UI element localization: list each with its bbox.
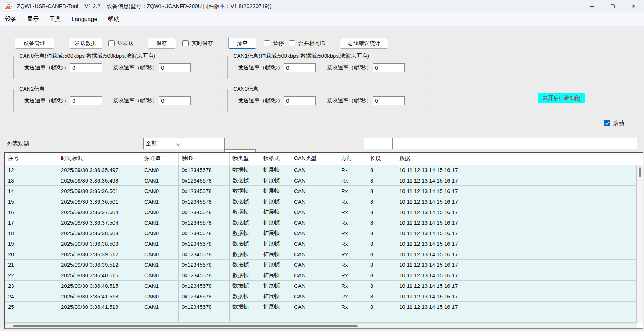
table-cell: 10 11 12 13 14 15 16 17 [396,302,637,312]
horizontal-scrollbar-thumb[interactable] [13,325,358,327]
device-manage-button[interactable]: 设备管理 [15,38,54,49]
table-cell: CAN1 [141,175,179,185]
table-cell: 数据帧 [230,291,260,301]
table-cell: 2025/09/30 3:36:38.508 [58,238,141,249]
filter-data-input[interactable] [392,138,637,149]
can1-rx-rate-field[interactable]: 0 [373,63,405,72]
table-cell: 8 [367,175,396,185]
table-cell: CAN0 [141,207,179,217]
filter-length-input[interactable] [364,138,393,149]
table-row[interactable]: 252025/09/30 3:36:41.518CAN10x12345678数据… [5,302,637,312]
column-header[interactable]: 帧格式 [260,153,291,164]
column-header[interactable]: 数据 [396,153,643,164]
table-cell [396,312,637,322]
table-cell: 扩展帧 [260,238,291,249]
column-header[interactable]: 时间标识 [58,153,141,164]
table-cell: 扩展帧 [260,196,291,207]
column-header[interactable]: 方向 [338,153,367,164]
table-row[interactable]: 202025/09/30 3:36:39.512CAN00x12345678数据… [5,249,637,260]
table-cell: 10 11 12 13 14 15 16 17 [396,260,637,270]
pause-checkbox[interactable]: 暂停 [264,38,284,49]
table-cell: 8 [367,291,396,301]
table-row[interactable]: 212025/09/30 3:36:39.512CAN10x12345678数据… [5,260,637,270]
table-row[interactable]: 152025/09/30 3:36:36.501CAN10x12345678数据… [5,196,637,207]
table-cell: 15 [5,196,58,207]
table-cell: CAN1 [141,260,179,270]
can0-tx-rate-field[interactable]: 0 [70,63,102,72]
table-row[interactable]: 222025/09/30 3:36:40.515CAN00x12345678数据… [5,270,637,281]
close-button[interactable]: ✕ [623,0,644,12]
menu-item-display[interactable]: 显示 [27,16,44,23]
can2-tx-rate-field[interactable]: 0 [70,96,102,105]
filter-frame-id-input[interactable] [183,138,225,149]
filter-channel-select[interactable]: 全部 [143,138,183,149]
auto-scroll-checkbox[interactable]: 滚动 [604,118,624,128]
table-cell: 0x12345678 [179,186,230,196]
table-cell: CAN0 [141,228,179,238]
table-cell: 10 11 12 13 14 15 16 17 [396,165,637,175]
bus-error-stats-button[interactable]: 总线错误统计 [340,38,388,49]
table-cell: 8 [367,217,396,228]
can0-tx-rate-label: 发送速率（帧/秒） [24,64,69,71]
clear-button[interactable]: 清空 [228,38,256,49]
maximize-button[interactable] [602,0,623,12]
column-header[interactable]: 帧ID [179,153,230,164]
table-row[interactable]: 172025/09/30 3:36:37.504CAN10x12345678数据… [5,217,637,228]
column-header[interactable]: CAN类型 [291,153,338,164]
column-header[interactable]: 序号 [5,153,58,164]
table-cell: 数据帧 [230,270,260,280]
table-cell: 8 [367,186,396,196]
merge-same-id-checkbox[interactable]: 合并相同ID [289,38,325,49]
table-row[interactable]: 242025/09/30 3:36:41.518CAN00x12345678数据… [5,291,637,302]
vertical-scrollbar[interactable] [637,165,643,323]
table-cell: 0x12345678 [179,207,230,217]
table-row[interactable]: 192025/09/30 3:36:38.508CAN10x12345678数据… [5,238,637,249]
merge-same-id-label: 合并相同ID [298,40,325,47]
minimize-button[interactable] [581,0,602,12]
horizontal-scrollbar[interactable] [5,323,637,328]
menu-item-device[interactable]: 设备 [5,16,22,23]
table-row[interactable]: 162025/09/30 3:36:37.504CAN00x12345678数据… [5,207,637,217]
table-cell [141,312,179,322]
can0-rx-rate-field[interactable]: 0 [159,63,191,72]
table-cell: Rx [338,260,367,270]
can2-rx-rate-field[interactable]: 0 [159,96,191,105]
can1-tx-rate-field[interactable]: 0 [284,63,316,72]
can3-group-title: CAN3信息 [231,86,260,93]
can0-group-title: CAN0信息(仲裁域:500kbps 数据域:500kbps,滤波未开启) [17,53,157,60]
table-row[interactable] [5,312,637,323]
can3-rx-rate-field[interactable]: 0 [373,96,405,105]
table-row[interactable]: 132025/09/30 3:36:35.498CAN10x12345678数据… [5,175,637,186]
minimize-icon [590,6,594,7]
table-header: 序号时间标识源通道帧ID帧类型帧格式CAN类型方向长度数据 [5,153,643,164]
table-cell: 17 [5,217,58,228]
menu-item-tools[interactable]: 工具 [49,16,66,23]
table-cell: CAN [291,207,338,217]
can2-group-title: CAN2信息 [17,86,46,93]
table-cell: Rx [338,228,367,238]
table-cell: 24 [5,291,58,301]
save-button[interactable]: 保存 [148,38,176,49]
table-cell: 0x12345678 [179,196,230,207]
menu-item-language[interactable]: Language [71,16,103,23]
column-header[interactable]: 源通道 [141,153,179,164]
group-send-checkbox[interactable]: 组发送 [108,38,134,49]
table-cell: Rx [338,249,367,259]
checkbox-icon [264,40,270,46]
table-row[interactable]: 232025/09/30 3:36:40.515CAN10x12345678数据… [5,281,637,291]
send-data-button[interactable]: 发送数据 [69,38,102,49]
table-cell: 22 [5,270,58,280]
table-row[interactable]: 182025/09/30 3:36:38.508CAN00x12345678数据… [5,228,637,238]
column-header[interactable]: 长度 [367,153,396,164]
column-header[interactable]: 帧类型 [230,153,260,164]
vertical-scrollbar-thumb[interactable] [639,167,641,177]
realtime-save-checkbox[interactable]: 实时保存 [182,38,213,49]
can3-tx-rate-field[interactable]: 0 [284,96,316,105]
window-title-version: V1.2.2 [84,3,100,10]
menu-item-help[interactable]: 帮助 [108,16,125,23]
table-cell: CAN0 [141,291,179,301]
table-row[interactable]: 122025/09/30 3:36:35.497CAN00x12345678数据… [5,165,637,175]
table-cell: 扩展帧 [260,186,291,196]
table-row[interactable]: 142025/09/30 3:36:36.501CAN00x12345678数据… [5,186,637,196]
table-cell: CAN [291,302,338,312]
